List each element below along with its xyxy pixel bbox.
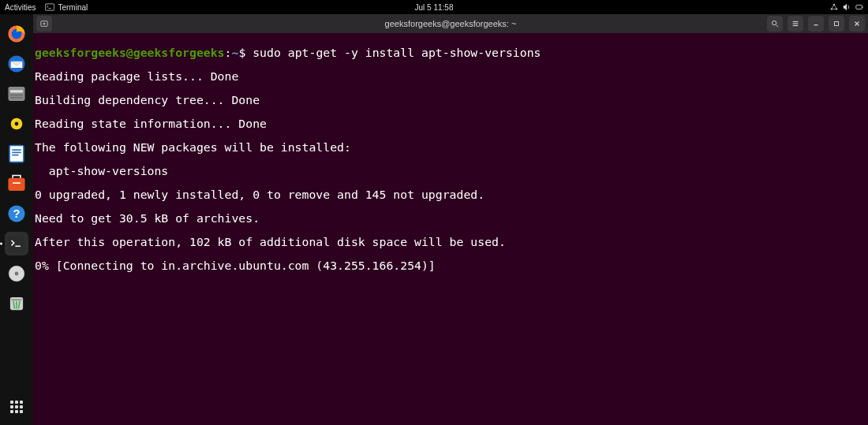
power-icon: [855, 3, 863, 11]
prompt-user-host: geeksforgeeks@geeksforgeeks: [35, 46, 225, 59]
output-line: Reading package lists... Done: [35, 70, 866, 82]
rhythmbox-icon[interactable]: [5, 112, 28, 136]
dock: ?: [0, 14, 33, 425]
output-line: 0 upgraded, 1 newly installed, 0 to remo…: [35, 188, 866, 200]
svg-rect-10: [8, 87, 24, 101]
app-menu[interactable]: Terminal: [45, 3, 88, 12]
svg-text:?: ?: [13, 207, 21, 220]
svg-rect-13: [10, 97, 23, 99]
terminal-icon[interactable]: [5, 232, 28, 255]
prompt-line: geeksforgeeks@geeksforgeeks:~$ sudo apt-…: [35, 47, 866, 58]
hamburger-icon: [791, 20, 799, 28]
files-icon[interactable]: [5, 82, 28, 106]
app-menu-label: Terminal: [58, 3, 88, 12]
new-tab-button[interactable]: [36, 16, 52, 32]
svg-rect-19: [12, 149, 21, 151]
help-icon[interactable]: ?: [5, 202, 28, 226]
show-applications-button[interactable]: [5, 395, 28, 419]
menu-button[interactable]: [788, 16, 803, 32]
minimize-button[interactable]: [808, 16, 824, 32]
command-text: sudo apt-get -y install apt-show-version…: [253, 46, 541, 59]
svg-rect-23: [13, 182, 21, 184]
svg-rect-41: [835, 22, 839, 26]
svg-rect-0: [46, 4, 54, 10]
top-panel: Activities Terminal Jul 5 11:58: [0, 0, 868, 14]
svg-line-36: [776, 25, 779, 28]
maximize-icon: [832, 20, 840, 28]
libreoffice-writer-icon[interactable]: [5, 142, 28, 166]
svg-point-29: [15, 272, 19, 276]
search-icon: [771, 20, 779, 28]
volume-icon: [843, 3, 851, 11]
search-button[interactable]: [767, 16, 783, 32]
clock[interactable]: Jul 5 11:58: [415, 3, 454, 12]
svg-rect-17: [9, 145, 24, 162]
terminal-window: geeksforgeeks@geeksforgeeks: ~: [33, 14, 868, 425]
activities-button[interactable]: Activities: [5, 3, 36, 12]
thunderbird-icon[interactable]: [5, 52, 28, 76]
maximize-button[interactable]: [829, 16, 844, 32]
plus-tab-icon: [40, 20, 48, 28]
svg-rect-22: [8, 178, 24, 191]
close-icon: [853, 20, 861, 28]
svg-point-16: [15, 122, 19, 126]
svg-rect-26: [8, 237, 24, 251]
trash-icon[interactable]: [5, 292, 28, 315]
svg-rect-21: [12, 155, 18, 156]
output-line: After this operation, 102 kB of addition…: [35, 236, 866, 248]
disk-icon[interactable]: [5, 262, 28, 285]
prompt-sym: $: [238, 46, 253, 59]
svg-rect-12: [10, 95, 23, 96]
svg-rect-11: [10, 90, 23, 92]
output-line: 0% [Connecting to in.archive.ubuntu.com …: [35, 259, 866, 271]
svg-rect-5: [856, 6, 862, 9]
system-tray[interactable]: [830, 3, 863, 11]
output-line: Building dependency tree... Done: [35, 94, 866, 106]
output-line: apt-show-versions: [35, 165, 866, 177]
firefox-icon[interactable]: [5, 22, 28, 46]
software-center-icon[interactable]: [5, 172, 28, 196]
window-area: geeksforgeeks@geeksforgeeks: ~: [33, 14, 868, 425]
grid-icon: [10, 401, 23, 413]
titlebar: geeksforgeeks@geeksforgeeks: ~: [33, 14, 868, 33]
svg-rect-20: [12, 152, 21, 154]
minimize-icon: [812, 20, 820, 28]
window-title: geeksforgeeks@geeksforgeeks: ~: [385, 19, 517, 28]
close-button[interactable]: [849, 16, 865, 32]
svg-point-35: [773, 21, 776, 25]
network-icon: [830, 3, 838, 11]
output-line: Need to get 30.5 kB of archives.: [35, 212, 866, 224]
output-line: The following NEW packages will be insta…: [35, 141, 866, 153]
terminal-body[interactable]: geeksforgeeks@geeksforgeeks:~$ sudo apt-…: [33, 33, 868, 425]
svg-rect-6: [862, 6, 863, 8]
output-line: Reading state information... Done: [35, 117, 866, 129]
terminal-small-icon: [45, 3, 54, 11]
